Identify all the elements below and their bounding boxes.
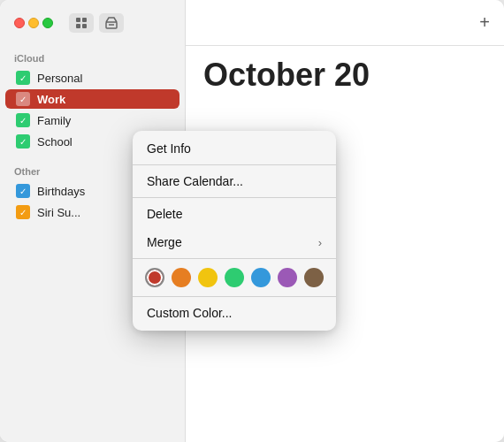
svg-rect-0 [76, 18, 80, 22]
context-menu: Get Info Share Calendar... Delete Merge … [133, 131, 336, 331]
siri-label: Siri Su... [37, 206, 80, 219]
close-button[interactable] [14, 18, 25, 28]
menu-item-merge-label: Merge [147, 235, 182, 249]
main-titlebar: + [186, 0, 504, 46]
month-title: October 20 [186, 46, 504, 104]
color-blue[interactable] [251, 268, 271, 287]
fullscreen-button[interactable] [42, 18, 53, 28]
add-event-button[interactable]: + [479, 12, 490, 33]
color-red[interactable] [145, 268, 164, 287]
birthdays-label: Birthdays [37, 185, 85, 198]
color-orange[interactable] [172, 268, 191, 287]
color-green[interactable] [225, 268, 244, 287]
svg-rect-3 [82, 24, 87, 28]
color-yellow[interactable] [198, 268, 218, 287]
grid-view-icon[interactable] [69, 13, 94, 33]
menu-item-delete[interactable]: Delete [133, 200, 336, 228]
svg-rect-2 [76, 24, 80, 28]
menu-item-delete-label: Delete [147, 207, 182, 221]
menu-separator-4 [133, 296, 336, 297]
birthdays-checkbox: ✓ [16, 184, 30, 198]
toolbar-icons [69, 13, 124, 33]
sidebar-item-work[interactable]: ✓ Work [5, 89, 179, 109]
family-checkbox: ✓ [16, 113, 30, 127]
menu-item-get-info-label: Get Info [147, 141, 191, 156]
menu-item-get-info[interactable]: Get Info [133, 134, 336, 163]
personal-checkbox: ✓ [16, 71, 30, 85]
menu-item-share-calendar[interactable]: Share Calendar... [133, 167, 336, 195]
sidebar-titlebar [0, 0, 185, 46]
sidebar-item-family[interactable]: ✓ Family [5, 110, 179, 130]
school-label: School [37, 135, 73, 149]
color-purple[interactable] [278, 268, 297, 287]
icloud-section-label: iCloud [0, 46, 185, 67]
sidebar-item-personal[interactable]: ✓ Personal [5, 68, 179, 88]
menu-item-custom-color-label: Custom Color... [147, 306, 232, 320]
personal-label: Personal [37, 72, 82, 85]
app-window: iCloud ✓ Personal ✓ Work ✓ Family ✓ Scho… [0, 0, 504, 442]
color-picker-row [133, 261, 336, 294]
svg-rect-1 [82, 18, 87, 22]
menu-item-merge[interactable]: Merge › [133, 228, 336, 256]
chevron-right-icon: › [318, 236, 322, 249]
school-checkbox: ✓ [16, 134, 30, 149]
minimize-button[interactable] [28, 18, 39, 28]
menu-separator-2 [133, 197, 336, 198]
siri-checkbox: ✓ [16, 205, 30, 219]
inbox-icon[interactable] [99, 13, 124, 33]
menu-item-share-label: Share Calendar... [147, 174, 243, 188]
menu-item-custom-color[interactable]: Custom Color... [133, 299, 336, 327]
family-label: Family [37, 114, 71, 127]
color-brown[interactable] [304, 268, 324, 287]
work-checkbox: ✓ [16, 92, 30, 106]
work-label: Work [37, 93, 65, 106]
traffic-lights [14, 18, 53, 28]
menu-separator-3 [133, 258, 336, 259]
menu-separator-1 [133, 164, 336, 165]
